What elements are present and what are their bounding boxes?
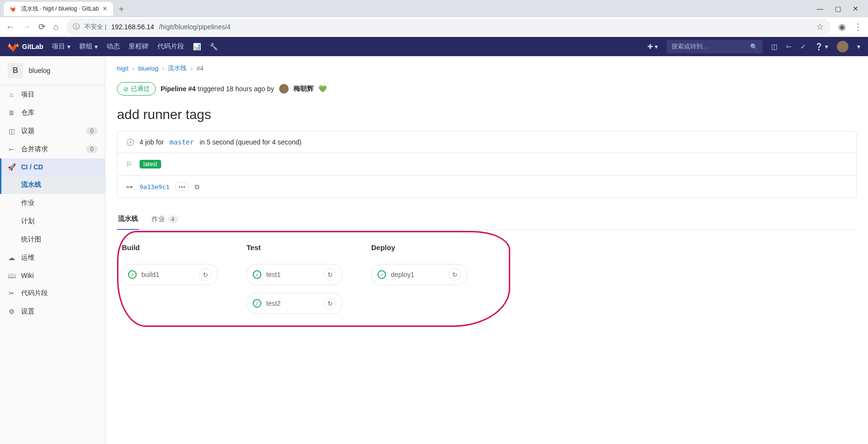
sidebar-item-pipelines[interactable]: 流水线 xyxy=(0,176,105,194)
copy-sha-button[interactable]: ⧉ xyxy=(195,183,199,191)
breadcrumb-separator: › xyxy=(162,65,164,72)
job-name: build1 xyxy=(141,271,194,278)
pipeline-info-card: 🕓 4 job for master in 5 second (queued f… xyxy=(117,131,856,198)
browser-tab-title: 流水线 · higit / bluelog · GitLab xyxy=(21,5,99,13)
job-pill[interactable]: ✓test1↻ xyxy=(246,264,342,285)
issues-icon: ◫ xyxy=(8,127,15,135)
todos-icon[interactable]: ✓ xyxy=(800,43,806,50)
sidebar-item-project[interactable]: ⌂项目 xyxy=(0,85,105,104)
forward-button[interactable]: → xyxy=(22,22,31,32)
sidebar-item-issues[interactable]: ◫议题0 xyxy=(0,122,105,140)
home-icon: ⌂ xyxy=(8,91,15,98)
stage-title: Build xyxy=(122,243,218,252)
header-right: ✚ ▾ 搜索或转到… 🔍 ◫ ⤚ ✓ ❔ ▾ ▾ xyxy=(647,40,860,53)
tab-jobs[interactable]: 作业 4 xyxy=(151,210,179,229)
sidebar-item-cicd[interactable]: 🚀CI / CD xyxy=(0,158,105,176)
cloud-icon: ☁ xyxy=(8,254,15,262)
retry-job-button[interactable]: ↻ xyxy=(324,268,336,281)
job-pill[interactable]: ✓test2↻ xyxy=(246,293,342,314)
nav-activity[interactable]: 动态 xyxy=(106,42,120,51)
breadcrumb-project[interactable]: bluelog xyxy=(138,65,158,72)
commit-sha-link[interactable]: 9a13e9c1 xyxy=(140,183,170,191)
sidebar-item-snippets[interactable]: ✂代码片段 xyxy=(0,284,105,302)
jobs-tab-count: 4 xyxy=(168,216,178,223)
scissors-icon: ✂ xyxy=(8,289,15,297)
bookmark-icon[interactable]: ☆ xyxy=(816,22,824,32)
job-pill[interactable]: ✓build1↻ xyxy=(122,264,218,285)
close-tab-icon[interactable]: ✕ xyxy=(103,5,107,12)
back-button[interactable]: ← xyxy=(6,22,14,32)
sidebar-item-schedules[interactable]: 计划 xyxy=(0,212,105,230)
flag-icon: ⚐ xyxy=(126,160,134,168)
browser-tab[interactable]: 流水线 · higit / bluelog · GitLab ✕ xyxy=(4,2,113,16)
close-window-button[interactable]: ✕ xyxy=(853,5,858,12)
branch-link[interactable]: master xyxy=(170,138,194,146)
address-bar[interactable]: ⓘ 不安全 | 192.168.56.14/higit/bluelog/pipe… xyxy=(66,19,831,35)
author-name[interactable]: 梅朝辉 xyxy=(293,84,314,93)
sidebar-item-charts[interactable]: 统计图 xyxy=(0,230,105,249)
search-placeholder: 搜索或转到… xyxy=(671,42,709,51)
tab-pipeline[interactable]: 流水线 xyxy=(117,210,139,230)
user-avatar[interactable] xyxy=(837,41,848,52)
nav-admin-icon[interactable]: 🔧 xyxy=(210,43,218,50)
retry-job-button[interactable]: ↻ xyxy=(324,297,336,310)
duration-text: in 5 second (queued for 4 second) xyxy=(199,138,301,146)
sidebar-item-settings[interactable]: ⚙设置 xyxy=(0,302,105,321)
breadcrumb: higit › bluelog › 流水线 › #4 xyxy=(117,64,856,72)
nav-projects[interactable]: 项目 ▾ xyxy=(52,42,70,51)
global-nav: 项目 ▾ 群组 ▾ 动态 里程碑 代码片段 📊 🔧 xyxy=(52,42,218,51)
retry-job-button[interactable]: ↻ xyxy=(199,268,211,281)
breadcrumb-group[interactable]: higit xyxy=(117,65,129,72)
chevron-down-icon[interactable]: ▾ xyxy=(857,43,860,50)
breadcrumb-separator: › xyxy=(132,65,134,72)
project-avatar: B xyxy=(8,63,23,78)
menu-icon[interactable]: ⋮ xyxy=(854,22,862,32)
stage-title: Deploy xyxy=(371,243,467,252)
help-icon[interactable]: ❔ ▾ xyxy=(815,43,828,50)
breadcrumb-section[interactable]: 流水线 xyxy=(168,64,187,72)
nav-milestones[interactable]: 里程碑 xyxy=(129,42,149,51)
project-header[interactable]: B bluelog xyxy=(0,56,105,85)
job-name: deploy1 xyxy=(391,271,444,278)
job-status-passed-icon: ✓ xyxy=(377,270,386,279)
new-tab-button[interactable]: ＋ xyxy=(117,3,126,14)
expand-commit-button[interactable]: ••• xyxy=(176,182,189,191)
job-name: test2 xyxy=(266,300,319,307)
main-content: higit › bluelog › 流水线 › #4 ⊘ 已通过 Pipelin… xyxy=(106,56,868,444)
gitlab-favicon-icon xyxy=(10,5,17,12)
pipeline-graph-container: Build✓build1↻Test✓test1↻✓test2↻Deploy✓de… xyxy=(117,234,856,333)
nav-groups[interactable]: 群组 ▾ xyxy=(79,42,98,51)
stage-column: Build✓build1↻ xyxy=(122,243,218,314)
sidebar-item-wiki[interactable]: 📖Wiki xyxy=(0,267,105,284)
jobs-info-row: 🕓 4 job for master in 5 second (queued f… xyxy=(117,132,856,153)
home-button[interactable]: ⌂ xyxy=(53,22,59,32)
status-badge-passed: ⊘ 已通过 xyxy=(117,82,156,96)
maximize-button[interactable]: ▢ xyxy=(835,5,841,12)
sidebar-item-jobs[interactable]: 作业 xyxy=(0,194,105,212)
job-status-passed-icon: ✓ xyxy=(128,270,137,279)
reload-button[interactable]: ⟳ xyxy=(38,22,46,32)
gitlab-header: GitLab 项目 ▾ 群组 ▾ 动态 里程碑 代码片段 📊 🔧 ✚ ▾ 搜索或… xyxy=(0,37,868,56)
nav-analytics-icon[interactable]: 📊 xyxy=(193,43,201,50)
merge-requests-icon[interactable]: ⤚ xyxy=(786,43,792,50)
global-search[interactable]: 搜索或转到… 🔍 xyxy=(667,40,762,53)
minimize-button[interactable]: ― xyxy=(817,5,823,12)
latest-tag: latest xyxy=(140,160,161,168)
sidebar-item-repository[interactable]: 🗎仓库 xyxy=(0,104,105,122)
sidebar-item-merge-requests[interactable]: ⤚合并请求0 xyxy=(0,140,105,158)
gitlab-logo[interactable]: GitLab xyxy=(8,41,43,52)
sidebar-item-operations[interactable]: ☁运维 xyxy=(0,249,105,267)
stage-column: Test✓test1↻✓test2↻ xyxy=(246,243,342,314)
issues-icon[interactable]: ◫ xyxy=(771,43,777,50)
commit-title: add runner tags xyxy=(117,107,856,122)
project-sidebar: B bluelog ⌂项目 🗎仓库 ◫议题0 ⤚合并请求0 🚀CI / CD 流… xyxy=(0,56,106,444)
job-pill[interactable]: ✓deploy1↻ xyxy=(371,264,467,285)
stage-column: Deploy✓deploy1↻ xyxy=(371,243,467,314)
commit-row: ⊶ 9a13e9c1 ••• ⧉ xyxy=(117,176,856,198)
profile-icon[interactable]: ◉ xyxy=(838,22,846,32)
pipeline-graph: Build✓build1↻Test✓test1↻✓test2↻Deploy✓de… xyxy=(122,243,852,314)
retry-job-button[interactable]: ↻ xyxy=(448,268,461,281)
nav-snippets[interactable]: 代码片段 xyxy=(157,42,184,51)
author-avatar[interactable] xyxy=(279,84,289,94)
create-new-button[interactable]: ✚ ▾ xyxy=(647,43,658,50)
